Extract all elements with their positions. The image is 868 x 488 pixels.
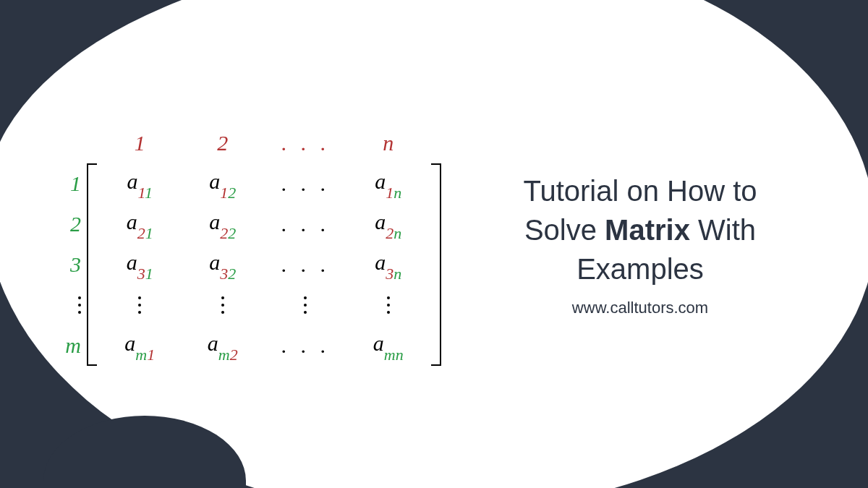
col-header-n: n (383, 131, 393, 155)
matrix-cell-dots: . . . (281, 333, 331, 358)
col-header-2: 2 (217, 131, 228, 155)
matrix-grid: 1 2 . . . n 1 a11 a12 . . . a1n 2 a21 a2… (51, 123, 441, 366)
title-block: Tutorial on How to Solve Matrix With Exa… (441, 171, 817, 317)
matrix-cell-dots: . . . (281, 252, 331, 277)
title-line: With (690, 214, 756, 246)
matrix-cell-dots: . . . (281, 171, 331, 196)
matrix-cell: a11 (127, 169, 153, 198)
matrix-cell: a31 (127, 250, 153, 279)
subtitle-url: www.calltutors.com (463, 299, 817, 317)
matrix-cell-vdots (221, 296, 224, 314)
matrix-cell: amn (373, 331, 404, 360)
matrix-cell: a1n (375, 169, 401, 198)
row-header-2: 2 (70, 212, 87, 236)
matrix-cell: am1 (124, 331, 155, 360)
title-line: Tutorial on How to (523, 175, 757, 207)
title-line: Examples (576, 253, 704, 285)
matrix-cell: a22 (209, 210, 236, 239)
col-header-dots: . . . (281, 131, 331, 155)
row-header-3: 3 (70, 252, 87, 277)
title-emphasis: Matrix (605, 214, 690, 246)
matrix-diagram: 1 2 . . . n 1 a11 a12 . . . a1n 2 a21 a2… (51, 123, 441, 366)
matrix-cell-dots: . . . (281, 212, 331, 236)
title-line: Solve (524, 214, 605, 246)
matrix-cell: a2n (375, 210, 401, 239)
row-header-vdots (78, 296, 87, 314)
matrix-cell: a32 (209, 250, 236, 279)
page-title: Tutorial on How to Solve Matrix With Exa… (463, 171, 817, 288)
matrix-cell-vdots (138, 296, 141, 314)
row-header-m: m (65, 333, 87, 358)
matrix-cell-vdots (304, 296, 307, 314)
matrix-cell: a3n (375, 250, 401, 279)
matrix-cell: a12 (209, 169, 236, 198)
col-header-1: 1 (135, 131, 145, 155)
matrix-cell: a21 (127, 210, 153, 239)
row-header-1: 1 (70, 171, 87, 196)
left-bracket-icon (87, 163, 98, 366)
matrix-cell-vdots (387, 296, 390, 314)
matrix-cell: am2 (208, 331, 238, 360)
content-wrapper: 1 2 . . . n 1 a11 a12 . . . a1n 2 a21 a2… (0, 0, 868, 488)
right-bracket-icon (430, 163, 441, 366)
